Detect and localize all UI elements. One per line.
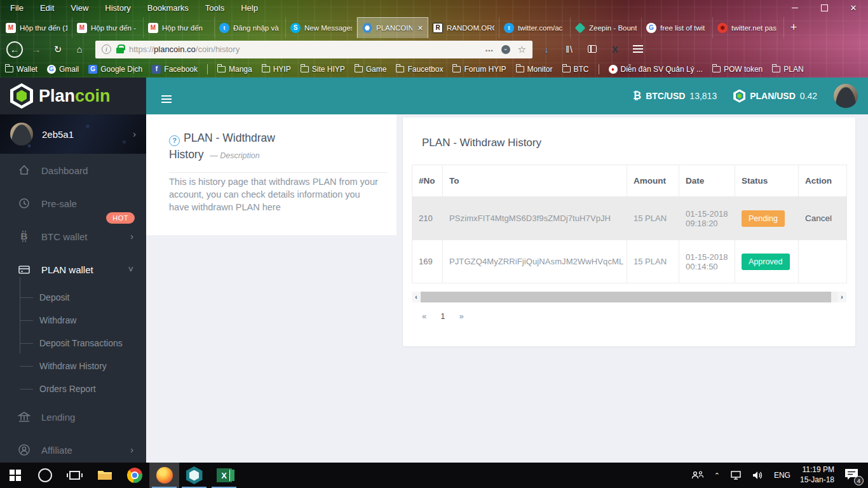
- library-icon[interactable]: [560, 44, 578, 55]
- menu-history[interactable]: History: [105, 3, 130, 13]
- bookmark-label: Game: [366, 65, 387, 74]
- bookmark-forum-hyip[interactable]: Forum HYIP: [452, 65, 506, 74]
- plancoin-logo[interactable]: Plancoin: [0, 78, 146, 114]
- bookmark-btc[interactable]: BTC: [562, 65, 589, 74]
- tab-plancoin-active[interactable]: PLANCOIN ✕: [357, 17, 428, 38]
- bookmark-facebook[interactable]: fFacebook: [152, 65, 198, 74]
- sidebar-subitem-deposit[interactable]: Deposit: [0, 286, 146, 309]
- sidebar-toggle-icon[interactable]: [161, 95, 172, 97]
- tab-skype[interactable]: S New Messages: [286, 17, 357, 38]
- sidebars-icon[interactable]: [588, 45, 597, 53]
- bookmark-google-translate[interactable]: GGoogle Dịch: [88, 65, 142, 74]
- chrome-button[interactable]: [119, 463, 149, 488]
- show-hidden-icons-chevron[interactable]: ⌃: [714, 471, 720, 480]
- menu-file[interactable]: File: [10, 3, 24, 13]
- sidebar-item-btc-wallet[interactable]: HOT B BTC wallet ›: [0, 220, 146, 253]
- tab-gmail-3[interactable]: M Hộp thư đến: [144, 17, 215, 38]
- tab-close-icon[interactable]: ✕: [416, 24, 423, 32]
- scrollbar-track[interactable]: [421, 292, 837, 302]
- scroll-right-icon[interactable]: ›: [837, 292, 846, 302]
- volume-icon[interactable]: [752, 470, 764, 480]
- menu-view[interactable]: View: [71, 3, 88, 13]
- plan-coin-icon: [733, 90, 745, 103]
- back-icon[interactable]: ←: [6, 41, 23, 58]
- bookmark-hyip[interactable]: HYIP: [262, 65, 291, 74]
- downloads-icon[interactable]: [538, 44, 555, 55]
- people-icon[interactable]: [691, 470, 705, 480]
- tab-twitter[interactable]: t twitter.com/ac: [499, 17, 571, 38]
- tab-google-search[interactable]: G free list of twit: [642, 17, 713, 38]
- sidebar-subitem-deposit-transactions[interactable]: Deposit Transactions: [0, 332, 146, 355]
- tab-twitter-login[interactable]: t Đăng nhập và: [215, 17, 286, 38]
- start-button[interactable]: [0, 463, 30, 488]
- page-info-icon[interactable]: [102, 44, 111, 54]
- sidebar-subitem-withdraw-history[interactable]: Withdraw History: [0, 355, 146, 377]
- bookmark-pow-token[interactable]: POW token: [712, 65, 763, 74]
- scrollbar-thumb[interactable]: [421, 292, 831, 302]
- pagination-next[interactable]: »: [459, 311, 463, 321]
- tab-twitter-net[interactable]: ✱ twitter.net pas: [713, 17, 784, 38]
- sidebar-subitem-withdraw[interactable]: Withdraw: [0, 309, 146, 332]
- sidebar-subitem-orders-report[interactable]: Orders Report: [0, 377, 146, 400]
- wallet-icon: [18, 263, 31, 276]
- sidebar-item-dashboard[interactable]: Dashboard: [0, 154, 146, 187]
- minimize-icon[interactable]: [780, 0, 810, 16]
- bookmark-plan[interactable]: PLAN: [772, 65, 803, 74]
- scroll-left-icon[interactable]: ‹: [412, 292, 421, 302]
- network-icon[interactable]: [729, 470, 742, 480]
- menu-edit[interactable]: Edit: [40, 3, 54, 13]
- new-tab-button[interactable]: +: [784, 17, 803, 38]
- gmail-icon: G: [47, 65, 56, 74]
- excel-button[interactable]: X: [209, 463, 239, 488]
- plancoin-app-button[interactable]: [179, 463, 209, 488]
- sidebar-item-lending[interactable]: Lending: [0, 400, 146, 433]
- sidebar-user-panel[interactable]: 2eb5a1 ›: [0, 114, 146, 154]
- bookmark-gmail[interactable]: GGmail: [47, 65, 79, 74]
- bookmark-wallet[interactable]: Wallet: [5, 65, 37, 74]
- file-explorer-button[interactable]: [90, 463, 119, 488]
- cell-action: Cancel: [799, 197, 847, 240]
- bookmark-dien-dan[interactable]: ♦Diễn đàn SV Quản Lý ...: [609, 65, 703, 74]
- language-indicator[interactable]: ENG: [774, 471, 790, 480]
- firefox-button-active[interactable]: [149, 463, 179, 488]
- pagination-prev[interactable]: «: [422, 311, 426, 321]
- bookmark-manga[interactable]: Manga: [217, 65, 252, 74]
- pagination-page-1[interactable]: 1: [440, 311, 445, 321]
- file-explorer-icon: [97, 469, 112, 482]
- close-icon[interactable]: [839, 0, 868, 16]
- address-bar[interactable]: https://plancoin.co/coin/history: [95, 41, 532, 58]
- user-avatar[interactable]: [834, 84, 858, 108]
- pocket-icon[interactable]: [501, 45, 510, 54]
- sidebar-item-plan-wallet[interactable]: PLAN wallet ˅: [0, 253, 146, 286]
- tab-gmail-1[interactable]: M Hộp thư đến (1: [1, 17, 72, 38]
- action-center-button[interactable]: 4: [844, 468, 860, 483]
- url-text[interactable]: https://plancoin.co/coin/history: [129, 44, 480, 54]
- zeepin-icon: [575, 22, 586, 33]
- reload-icon[interactable]: ↻: [50, 44, 66, 55]
- firefox-menu-icon[interactable]: [633, 45, 643, 46]
- bookmark-game[interactable]: Game: [355, 65, 387, 74]
- sidebar-item-affiliate[interactable]: Affiliate ›: [0, 433, 146, 466]
- bookmark-monitor[interactable]: Monitor: [516, 65, 553, 74]
- home-icon[interactable]: ⌂: [71, 44, 88, 55]
- taskbar-clock[interactable]: 11:19 PM 15-Jan-18: [800, 465, 834, 485]
- horizontal-scrollbar[interactable]: ‹ ›: [412, 292, 846, 302]
- menu-help[interactable]: Help: [241, 3, 258, 13]
- tab-gmail-2[interactable]: M Hộp thư đến -: [72, 17, 144, 38]
- twitter-icon: t: [504, 23, 514, 33]
- tab-zeepin[interactable]: Zeepin - Bount: [571, 17, 642, 38]
- bookmark-faucetbox[interactable]: Faucetbox: [396, 65, 443, 74]
- menu-bookmarks[interactable]: Bookmarks: [147, 3, 189, 13]
- menu-tools[interactable]: Tools: [205, 3, 224, 13]
- forward-icon[interactable]: →: [28, 44, 44, 55]
- bookmark-site-hiyp[interactable]: Site HIYP: [301, 65, 345, 74]
- extension-x-icon[interactable]: X: [606, 44, 624, 55]
- task-view-button[interactable]: [60, 463, 90, 488]
- tab-random-org[interactable]: R RANDOM.ORG: [428, 17, 499, 38]
- restore-icon[interactable]: [810, 0, 839, 16]
- hot-badge: HOT: [106, 212, 135, 224]
- cortana-search-button[interactable]: [30, 463, 60, 488]
- cancel-button[interactable]: Cancel: [805, 214, 832, 223]
- bookmark-star-icon[interactable]: [518, 44, 526, 55]
- page-actions-icon[interactable]: [485, 44, 493, 55]
